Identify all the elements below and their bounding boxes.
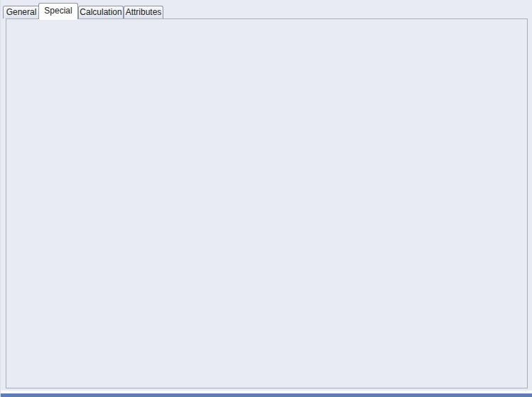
tab-attributes[interactable]: Attributes: [124, 6, 163, 18]
tab-calculation[interactable]: Calculation: [78, 6, 124, 18]
tab-page-special: [6, 18, 528, 388]
machine-properties-window: General Special Calculation Attributes A…: [0, 0, 532, 397]
tab-general[interactable]: General: [3, 6, 40, 18]
bottom-accent-strip: [1, 393, 532, 397]
tab-special[interactable]: Special: [38, 3, 78, 19]
